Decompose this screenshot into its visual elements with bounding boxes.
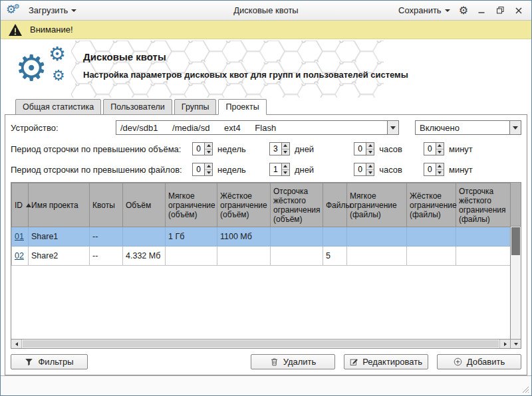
vertical-scrollbar[interactable]	[510, 183, 521, 339]
spinner-up-button[interactable]	[205, 143, 212, 149]
days-spinner-input[interactable]	[270, 163, 281, 175]
spinner-down-button[interactable]	[366, 149, 374, 155]
gear-icon: ⚙	[14, 3, 20, 10]
close-icon	[515, 7, 522, 14]
hours-spinner-input[interactable]	[354, 163, 366, 175]
titlebar: Дисковые квоты ⚙ ⚙ Загрузить Сохранить ⚙	[1, 1, 531, 21]
spinner-down-button[interactable]	[282, 170, 289, 176]
spinner-up-button[interactable]	[366, 163, 374, 170]
grace-files-row: Период отсрочки по превышению файлов: не…	[11, 161, 521, 177]
vertical-scrollbar-track[interactable]	[511, 227, 521, 339]
spinner-down-button[interactable]	[282, 149, 289, 155]
scroll-left-button[interactable]	[11, 340, 22, 348]
warning-triangle-icon	[8, 23, 23, 37]
cell-files: 5	[323, 247, 347, 266]
col-header-quotas[interactable]: Квоты	[90, 183, 123, 227]
tab-users[interactable]: Пользователи	[103, 99, 172, 115]
chevron-down-icon	[71, 9, 76, 12]
project-id-link[interactable]: 01	[15, 232, 24, 241]
spinner-down-button[interactable]	[205, 149, 212, 155]
col-header-soft-limit-files[interactable]: Мягкое ограничение (файлы)	[347, 183, 407, 227]
hours-spinner-input[interactable]	[354, 143, 366, 155]
warning-banner: Внимание!	[1, 21, 531, 39]
grace-volume-hours: часов	[354, 142, 402, 155]
table-row[interactable]: 01 Share1 -- 1 Гб 1100 Мб	[12, 227, 511, 247]
col-header-hard-limit-volume[interactable]: Жёсткое ограничение (объём)	[217, 183, 271, 227]
minutes-spinbox	[424, 163, 444, 176]
cell-hard-limit-files	[407, 247, 456, 266]
edit-button[interactable]: Редактировать	[344, 354, 428, 369]
settings-gear-icon[interactable]: ⚙	[457, 5, 470, 16]
weeks-spinner-input[interactable]	[193, 163, 204, 175]
projects-table-area: ID Имя проекта Квоты Объём Мягкое ограни…	[11, 182, 521, 349]
scroll-right-button[interactable]	[499, 340, 510, 348]
col-header-soft-limit-volume[interactable]: Мягкое ограничение (объём)	[166, 183, 217, 227]
tab-groups[interactable]: Группы	[174, 99, 217, 115]
horizontal-scrollbar[interactable]	[11, 339, 510, 348]
spinner-down-button[interactable]	[436, 170, 444, 176]
col-header-grace-hard-limit-files[interactable]: Отсрочка жёсткого ограничения (файлы)	[456, 183, 511, 227]
quota-status-combobox[interactable]: Включено	[415, 120, 521, 135]
grace-files-days: дней	[269, 163, 314, 176]
spinner-up-button[interactable]	[366, 143, 374, 149]
horizontal-scrollbar-thumb[interactable]	[23, 340, 499, 347]
col-header-id[interactable]: ID	[12, 183, 29, 227]
project-id-link[interactable]: 02	[15, 251, 24, 260]
save-menu-button[interactable]: Сохранить	[396, 4, 453, 17]
days-spinner-input[interactable]	[270, 143, 281, 155]
spinner-down-button[interactable]	[366, 170, 374, 176]
triangle-down-icon	[514, 343, 518, 346]
cell-project-name: Share2	[29, 247, 90, 266]
device-combobox-value: /dev/sdb1 /media/sd ext4 Flash	[116, 121, 387, 134]
chevron-down-icon	[445, 9, 450, 12]
device-combobox[interactable]: /dev/sdb1 /media/sd ext4 Flash	[116, 120, 399, 135]
spinner-up-button[interactable]	[205, 163, 212, 170]
spinner-up-button[interactable]	[282, 143, 289, 149]
filters-button[interactable]: Фильтры	[11, 354, 88, 369]
triangle-up-icon	[207, 165, 211, 167]
warning-text: Внимание!	[30, 25, 73, 35]
spinner-down-button[interactable]	[205, 170, 212, 176]
device-combobox-dropdown-button[interactable]	[387, 121, 398, 134]
horizontal-scrollbar-track[interactable]	[22, 340, 499, 348]
col-header-hard-limit-files[interactable]: Жёсткое ограничение (файлы)	[407, 183, 456, 227]
cell-soft-limit-files	[347, 247, 407, 266]
grace-volume-row: Период отсрочки по превышению объёма: не…	[11, 141, 521, 157]
close-button[interactable]	[511, 4, 526, 17]
tab-projects[interactable]: Проекты	[218, 99, 266, 115]
spinner-up-button[interactable]	[282, 163, 289, 170]
gear-icon: ⚙	[49, 45, 66, 64]
table-row[interactable]: 02 Share2 -- 4.332 Мб 5	[12, 247, 511, 266]
col-header-project-name[interactable]: Имя проекта	[29, 183, 90, 227]
tab-general-statistics[interactable]: Общая статистика	[15, 99, 101, 115]
cell-grace-hard-limit-volume	[271, 247, 323, 266]
hours-spinbox	[354, 163, 374, 176]
vertical-scrollbar-thumb[interactable]	[511, 227, 520, 255]
load-menu-button[interactable]: Загрузить	[26, 4, 79, 17]
weeks-spinner-input[interactable]	[193, 143, 204, 155]
status-combobox-dropdown-button[interactable]	[509, 121, 521, 134]
edit-pencil-icon	[350, 357, 358, 366]
grace-volume-weeks: недель	[192, 142, 246, 155]
app-gears-icon: ⚙ ⚙	[6, 3, 22, 18]
minimize-button[interactable]	[474, 4, 489, 17]
resize-grip[interactable]	[521, 385, 529, 393]
spinner-up-button[interactable]	[436, 163, 444, 170]
spinner-up-button[interactable]	[436, 143, 444, 149]
cell-id: 02	[12, 247, 29, 266]
unit-label: недель	[217, 165, 246, 175]
minutes-spinner-input[interactable]	[424, 163, 436, 175]
spinner-down-button[interactable]	[436, 149, 444, 155]
status-bar	[1, 375, 531, 395]
maximize-button[interactable]	[493, 4, 507, 17]
minutes-spinner-input[interactable]	[424, 143, 436, 155]
col-header-files[interactable]: Файлы	[323, 183, 347, 227]
delete-button[interactable]: Удалить	[251, 354, 335, 369]
add-button[interactable]: Добавить	[437, 354, 521, 369]
scroll-down-button[interactable]	[510, 339, 521, 348]
cell-soft-limit-files	[347, 227, 407, 247]
triangle-right-icon	[504, 342, 507, 346]
col-header-grace-hard-limit-volume[interactable]: Отсрочка жёсткого ограничения (объём)	[271, 183, 323, 227]
triangle-up-icon	[207, 144, 211, 147]
col-header-volume[interactable]: Объём	[123, 183, 166, 227]
